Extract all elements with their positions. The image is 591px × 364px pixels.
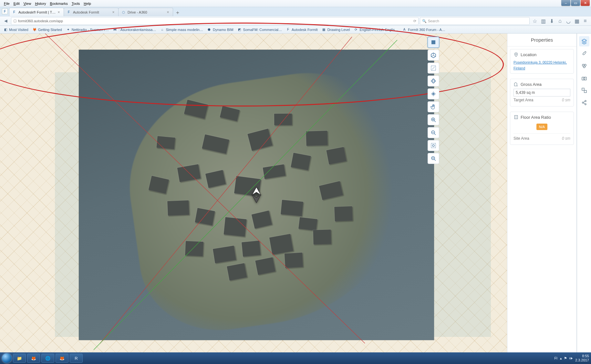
dock-camera-button[interactable] [579,73,589,83]
building-footprint [167,200,189,216]
zoom-in-tool-button[interactable] [428,114,439,125]
back-button[interactable]: ◄ [2,17,10,25]
taskbar-app[interactable]: 📁 [13,354,26,363]
satellite-image[interactable] [79,50,434,340]
building-footprint [252,210,272,228]
dock-materials-button[interactable] [579,61,589,71]
bookmark-item[interactable]: ⬢Dynamo BIM [206,27,235,33]
bookmark-item[interactable]: ⌂Simple mass modelin… [159,27,204,33]
dock-groups-button[interactable] [579,85,589,96]
taskbar-app[interactable]: 🦊 [56,354,68,363]
taskbar-app[interactable]: R [70,354,83,363]
dock-layers-button[interactable] [579,36,589,46]
cube-tool-button[interactable] [428,50,439,61]
tray-icon[interactable]: ⚑ [564,356,567,360]
site-info-icon[interactable]: ⓘ [13,19,17,24]
bookmark-item[interactable]: FAutodesk FormIt [285,27,319,33]
north-arrow-icon [248,186,265,204]
building-footprint [202,134,229,154]
bookmark-favicon-icon: ◩ [237,27,242,32]
building-footprint [184,100,208,119]
library-icon[interactable]: ▥ [539,17,547,25]
tab-close-button[interactable]: × [166,10,170,15]
hand-tool-button[interactable] [428,101,439,112]
window-close-button[interactable]: ✕ [581,0,590,6]
zoom-fit-tool-button[interactable] [428,140,439,151]
tray-icon[interactable]: ▴ [560,356,562,360]
input-language[interactable]: FI [554,356,557,360]
svg-point-25 [585,100,586,102]
site-area-label: Site Area [513,136,529,141]
groups-icon [581,87,587,93]
building-footprint [220,106,240,121]
selection-icon [430,39,437,46]
gross-area-input[interactable] [513,89,570,96]
building-footprint [313,229,331,244]
bookmark-favicon-icon: A [402,27,407,32]
building-footprint [149,176,169,194]
building-footprint [269,234,293,255]
clock-time: 8:55 [575,354,589,358]
bookmark-favicon-icon: F [286,27,290,32]
building-footprint [334,206,353,221]
tab-favicon-icon: F [12,10,16,15]
menu-history[interactable]: History [33,1,48,6]
bookmark-item[interactable]: ✦Nettiradio - Suomen r… [65,27,110,33]
target-area-value: 0 sm [562,98,570,102]
home-icon[interactable]: ⌂ [556,17,564,25]
svg-point-12 [432,145,434,147]
menu-view[interactable]: View [22,1,33,6]
bookmark-item[interactable]: AFormIt 360 Forum - A… [401,27,447,33]
reload-button[interactable]: ⟳ [413,19,416,23]
orbit-tool-button[interactable] [428,76,439,86]
svg-point-7 [431,80,436,82]
menu-bookmarks[interactable]: Bookmarks [48,1,70,6]
bookmark-item[interactable]: 🦊Getting Started [31,27,63,33]
far-card: Floor Area Ratio N/A Site Area 0 sm [510,112,574,145]
search-bar[interactable]: 🔍 Search [420,17,530,25]
tiles-icon[interactable]: ▦ [573,17,581,25]
taskbar-app[interactable]: 🦊 [27,354,40,363]
url-bar[interactable]: ⓘ formit360.autodesk.com/app ⟳ [11,17,419,25]
menu-icon[interactable]: ≡ [581,17,589,25]
menu-tools[interactable]: Tools [70,1,82,6]
svg-rect-14 [432,157,434,159]
selection-tool-button[interactable] [428,37,439,48]
tray-icon[interactable]: 🕪 [569,356,573,360]
bookmark-item[interactable]: ⟳English-Finnish-Englis… [352,27,399,33]
app-favicon-icon: F [2,8,8,14]
browser-tab[interactable]: FAutodesk FormIt× [64,8,119,16]
location-link[interactable]: Poseidoninkuja 3, 00220 Helsinki, Finlan… [513,60,567,70]
bookmark-item[interactable]: ◧Most Visited [2,27,30,33]
zoom-sel-tool-button[interactable] [428,153,439,164]
tab-close-button[interactable]: × [111,10,116,15]
clock[interactable]: 8:55 2.3.2017 [575,354,589,362]
pocket-icon[interactable]: ◡ [565,17,572,25]
bookmark-star-icon[interactable]: ☆ [531,17,539,25]
bookmark-label: Dynamo BIM [213,28,233,32]
downloads-icon[interactable]: ⬇ [548,17,555,25]
bookmark-favicon-icon: ⬢ [207,27,212,32]
dock-share-button[interactable] [579,97,589,108]
browser-tab[interactable]: FAutodesk® FormIt | Think …× [9,8,64,16]
bookmark-label: Drawing Level [327,28,350,32]
pan-tool-button[interactable] [428,88,439,99]
taskbar-app[interactable]: 🌐 [41,354,54,363]
svg-point-24 [582,102,584,103]
tab-close-button[interactable]: × [57,10,61,15]
new-tab-button[interactable]: ＋ [174,9,181,16]
window-maximize-button[interactable]: ▭ [571,0,580,6]
menu-help[interactable]: Help [82,1,93,6]
start-button[interactable] [2,353,12,363]
window-minimize-button[interactable]: – [561,0,570,6]
menu-edit[interactable]: Edit [12,1,22,6]
dock-brush-button[interactable] [579,48,589,59]
menu-file[interactable]: File [2,1,12,6]
section-tool-button[interactable] [428,63,439,74]
zoom-out-tool-button[interactable] [428,127,439,138]
bookmark-item[interactable]: ◩SomaFM: Commercial… [236,27,283,33]
browser-tab[interactable]: ◌Drive - A360× [118,8,173,16]
svg-marker-1 [252,195,261,203]
bookmark-item[interactable]: ▦Drawing Level [320,27,351,33]
bookmark-item[interactable]: ⧓: Asuntorakentamissa… [111,27,157,33]
